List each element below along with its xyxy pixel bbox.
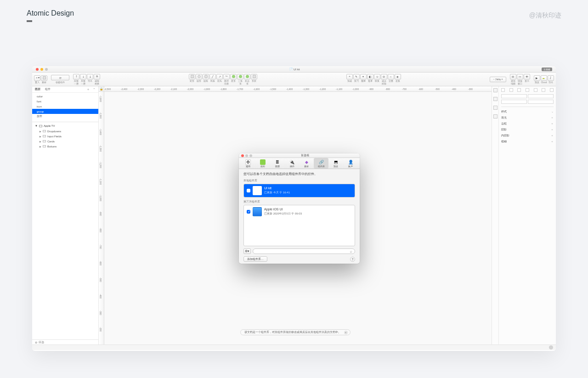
add-inshadow-button[interactable]: ＋ bbox=[551, 134, 554, 138]
pref-tab-layers[interactable]: ≣图层 bbox=[270, 158, 285, 169]
pref-tab-presets[interactable]: ⬒预设 bbox=[328, 158, 343, 169]
op-magic-button[interactable]: ✦ bbox=[360, 74, 367, 79]
component-section-header[interactable]: ▼Apple TV bbox=[32, 123, 98, 129]
pref-tab-account[interactable]: 👤账户 bbox=[343, 158, 358, 169]
view-zoom-button[interactable]: ⊞ bbox=[510, 74, 516, 79]
app-window: 📄 UI kit 主画板 ＋▾ 置入素材 ⟳ 创建组件 ⇡ ⇣ ⤓ ⧉ 前移一层… bbox=[32, 66, 556, 351]
create-symbol-button[interactable]: ⟳ bbox=[51, 75, 69, 80]
l-op2: 剪刀 bbox=[353, 79, 360, 85]
add-layer-button[interactable]: ＋ bbox=[86, 87, 90, 92]
filter-icon[interactable]: ⌃ bbox=[93, 88, 96, 91]
backward-button[interactable]: ⇣ bbox=[80, 74, 86, 79]
layer-item[interactable]: color bbox=[32, 94, 98, 99]
merge-path-button[interactable]: ⧉ bbox=[94, 74, 100, 79]
search-input[interactable] bbox=[253, 248, 355, 254]
chevron-down-icon[interactable]: ⌄ bbox=[551, 110, 554, 114]
align-right-icon[interactable] bbox=[517, 88, 521, 92]
forward-button[interactable]: ⇡ bbox=[73, 74, 79, 79]
op-subtract-button[interactable]: ⊖ bbox=[381, 74, 387, 79]
shape-polygon-button[interactable] bbox=[244, 74, 250, 79]
position-field[interactable] bbox=[528, 100, 554, 104]
op-mask-button[interactable]: ◧ bbox=[367, 74, 373, 79]
component-item[interactable]: ▶Buttons bbox=[32, 144, 98, 149]
inspector-tab-icon[interactable] bbox=[493, 97, 498, 101]
size-field[interactable] bbox=[501, 94, 527, 98]
ruler-mark: -800 bbox=[99, 228, 102, 232]
align-left-icon[interactable] bbox=[501, 88, 505, 92]
add-library-button[interactable]: 添加组件库… bbox=[243, 256, 267, 262]
l-vw: 缩放窗口 bbox=[517, 79, 523, 85]
minimize-icon[interactable] bbox=[40, 68, 43, 71]
tab-components[interactable]: 组件 bbox=[45, 87, 51, 91]
preview-button[interactable]: ▶ bbox=[534, 75, 540, 81]
shape-text-path-button[interactable]: 〜 bbox=[223, 74, 230, 79]
library-row[interactable]: Apple iOS UI 已更新 2020年2月5日 于 09:03 bbox=[244, 205, 355, 218]
layer-item[interactable]: icon bbox=[32, 104, 98, 109]
checkbox-icon[interactable] bbox=[247, 210, 250, 214]
op-diff-button[interactable]: ◈ bbox=[395, 74, 401, 79]
close-icon[interactable] bbox=[36, 68, 39, 71]
insert-button[interactable]: ＋▾ bbox=[34, 75, 40, 81]
align-bottom-icon[interactable] bbox=[542, 88, 545, 92]
pref-tab-general[interactable]: ⚙通用 bbox=[241, 158, 255, 169]
close-icon[interactable]: × bbox=[344, 331, 348, 334]
shape-oval-button[interactable] bbox=[196, 74, 202, 79]
op-plus-button[interactable]: ＋ bbox=[346, 74, 353, 79]
shape-line-button[interactable]: ╱ bbox=[209, 74, 216, 79]
ruler-mark: -600 bbox=[418, 88, 423, 90]
view-show-button[interactable]: 👁 bbox=[524, 74, 530, 79]
pref-tab-assets[interactable]: ◆素材 bbox=[300, 158, 314, 169]
inspector-tab-icon[interactable] bbox=[493, 114, 498, 118]
status-icon[interactable] bbox=[549, 345, 553, 350]
component-item[interactable]: ▶Input Fields bbox=[32, 134, 98, 139]
shape-rect-button[interactable] bbox=[189, 74, 195, 79]
add-fill-button[interactable]: ＋ bbox=[551, 116, 554, 120]
align-top-icon[interactable] bbox=[526, 88, 529, 92]
pref-tab-canvas[interactable]: 画布 bbox=[255, 158, 270, 169]
pref-tab-libraries[interactable]: 🔗组件库 bbox=[314, 158, 328, 169]
library-row-selected[interactable]: UI kit 已更新 今天 于 16:41 bbox=[244, 184, 355, 197]
gear-dropdown-button[interactable]: ⚙▾ bbox=[243, 248, 251, 254]
help-button[interactable]: ? bbox=[350, 257, 355, 262]
component-item[interactable]: ▶Cards bbox=[32, 139, 98, 144]
layer-item[interactable]: font bbox=[32, 99, 98, 104]
size-field[interactable] bbox=[528, 94, 554, 98]
align-middle-icon[interactable] bbox=[534, 88, 537, 92]
shape-triangle-button[interactable] bbox=[237, 74, 243, 79]
shape-shape-button[interactable] bbox=[251, 74, 257, 79]
gear-icon[interactable]: ⚙ bbox=[35, 341, 37, 344]
material-button[interactable] bbox=[41, 75, 47, 81]
filter-label[interactable]: 筛选 bbox=[39, 340, 44, 344]
layer-item[interactable]: 按件 bbox=[32, 114, 98, 119]
add-shadow-button[interactable]: ＋ bbox=[551, 128, 554, 132]
main-artboard-button[interactable]: 主画板 bbox=[542, 68, 552, 71]
checkbox-icon[interactable] bbox=[247, 189, 250, 192]
pref-tab-plugins[interactable]: 🔌插件 bbox=[285, 158, 300, 169]
zoom-field[interactable]: － 74% ＋ bbox=[490, 77, 506, 82]
l-rect: 矩形 bbox=[189, 79, 195, 85]
export2-button[interactable]: ⤴ bbox=[548, 75, 554, 81]
op-union-button[interactable]: ∪ bbox=[374, 74, 380, 79]
position-field[interactable] bbox=[501, 100, 527, 104]
traffic-lights[interactable] bbox=[36, 68, 48, 71]
shape-arrow-button[interactable]: ↗ bbox=[216, 74, 223, 79]
op-pen-button[interactable]: ✎ bbox=[353, 74, 360, 79]
distribute-h-icon[interactable] bbox=[550, 88, 554, 92]
component-item[interactable]: ▶Dropdowns bbox=[32, 129, 98, 134]
shape-rounded-button[interactable] bbox=[203, 74, 209, 79]
cloud-button[interactable]: ☁ bbox=[541, 75, 547, 81]
export-button[interactable]: ⤓ bbox=[87, 74, 93, 79]
op-intersect-button[interactable]: ∩ bbox=[388, 74, 394, 79]
view-window-button[interactable]: ▭ bbox=[517, 74, 523, 79]
inspector-tab-icon[interactable] bbox=[493, 88, 498, 92]
shape-star-button[interactable] bbox=[230, 74, 237, 79]
inspector-tab-icon[interactable] bbox=[493, 106, 498, 110]
tab-pages[interactable]: 图层 bbox=[35, 87, 40, 91]
l-op4: 遮罩 bbox=[367, 79, 373, 85]
layer-item-selected[interactable]: group bbox=[32, 109, 98, 114]
align-center-icon[interactable] bbox=[509, 88, 513, 92]
close-icon[interactable] bbox=[241, 154, 244, 157]
library-subtitle: 已更新 今天 于 16:41 bbox=[264, 191, 290, 195]
add-blur-button[interactable]: ＋ bbox=[551, 140, 554, 144]
add-border-button[interactable]: ＋ bbox=[551, 122, 554, 126]
